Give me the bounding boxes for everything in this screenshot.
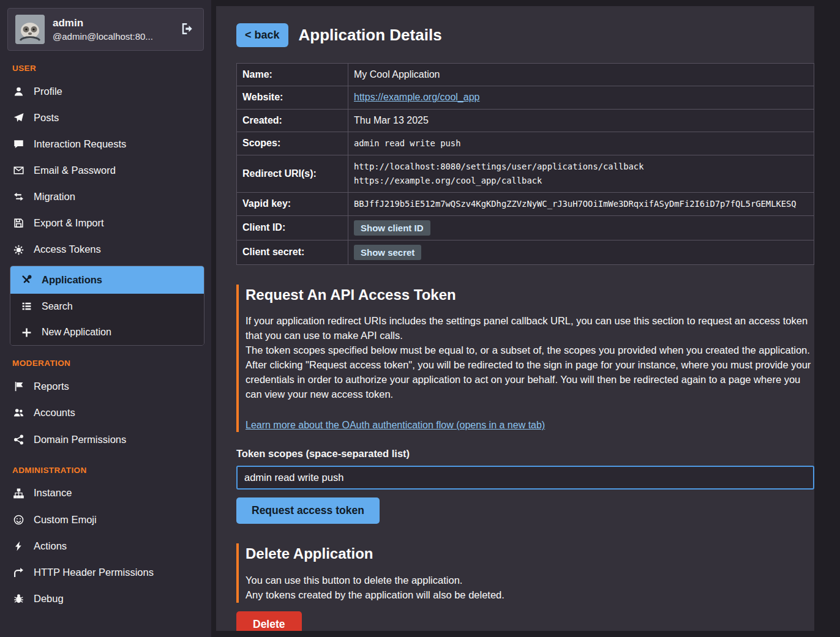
detail-label: Scopes: <box>237 132 348 155</box>
detail-label: Created: <box>237 109 348 132</box>
token-scopes-label: Token scopes (space-separated list) <box>236 447 814 461</box>
section-label-user: USER <box>12 63 211 75</box>
envelope-icon <box>12 165 24 176</box>
avatar <box>15 15 45 44</box>
user-card[interactable]: admin @admin@localhost:80... <box>7 8 204 51</box>
sidebar-item-profile[interactable]: Profile <box>0 78 211 105</box>
show-secret-button[interactable]: Show secret <box>354 245 421 260</box>
detail-value: Show client ID <box>348 215 814 240</box>
certificate-icon <box>12 245 24 255</box>
floppy-icon <box>12 218 24 228</box>
detail-value: Show secret <box>348 240 814 264</box>
detail-value: BBJffJ219b5iE512m7wQSzv4KgKDhgZZVzNyWC_r… <box>348 193 814 215</box>
sidebar-item-label: Debug <box>34 592 64 606</box>
token-section-title: Request An API Access Token <box>246 285 814 305</box>
delete-section-title: Delete Application <box>246 543 814 564</box>
section-label-administration: ADMINISTRATION <box>12 465 211 477</box>
sidebar-item-label: Accounts <box>34 406 75 420</box>
sidebar-item-label: Profile <box>34 84 62 99</box>
sidebar-item-instance[interactable]: Instance <box>0 480 211 506</box>
page-title: Application Details <box>299 24 442 46</box>
details-table-body: Name:My Cool ApplicationWebsite:https://… <box>237 64 814 265</box>
sign-out-icon[interactable] <box>179 21 196 37</box>
delete-section-intro: Delete Application You can use this butt… <box>236 543 814 602</box>
section-label-moderation: MODERATION <box>12 358 211 370</box>
sitemap-icon <box>12 488 24 499</box>
token-scopes-input[interactable] <box>236 466 814 490</box>
sidebar-nav: USERProfilePostsInteraction RequestsEmai… <box>0 63 211 612</box>
detail-value: https://example.org/cool_app <box>348 86 814 109</box>
bolt-icon <box>12 541 24 551</box>
detail-label: Name: <box>237 64 348 86</box>
delete-section: Delete Application You can use this butt… <box>236 543 814 631</box>
nav-group-applications: ApplicationsSearchNew Application <box>10 266 204 346</box>
users-icon <box>12 408 24 418</box>
sidebar-item-applications[interactable]: Applications <box>10 266 204 294</box>
token-section-paragraph: If your application redirect URIs includ… <box>246 314 814 343</box>
sidebar-item-interaction-requests[interactable]: Interaction Requests <box>0 131 211 157</box>
detail-row-scopes: Scopes:admin read write push <box>237 132 814 155</box>
sidebar-item-label: Posts <box>34 111 59 125</box>
sidebar-item-accounts[interactable]: Accounts <box>0 400 211 426</box>
bug-icon <box>12 594 24 604</box>
detail-row-redirect-uri-s: Redirect URI(s):http://localhost:8080/se… <box>237 155 814 193</box>
detail-label: Client ID: <box>237 215 348 240</box>
detail-label: Vapid key: <box>237 193 348 215</box>
sidebar-item-label: Actions <box>34 539 67 553</box>
sidebar-item-label: Access Tokens <box>34 242 101 256</box>
page-header: < back Application Details <box>236 23 814 47</box>
detail-value: My Cool Application <box>348 64 814 86</box>
list-icon <box>20 301 32 311</box>
sidebar-item-migration[interactable]: Migration <box>0 184 211 210</box>
token-section-paragraph: The token scopes specified below must be… <box>246 343 814 358</box>
sidebar-item-label: Export & Import <box>34 216 104 230</box>
sidebar-item-new-application[interactable]: New Application <box>10 319 204 345</box>
detail-row-created: Created:Thu Mar 13 2025 <box>237 109 814 132</box>
comment-icon <box>12 139 24 149</box>
sidebar-item-custom-emoji[interactable]: Custom Emoji <box>0 507 211 533</box>
sidebar-item-label: Migration <box>34 190 75 204</box>
sidebar-item-label: Interaction Requests <box>34 137 126 151</box>
delete-section-line: You can use this button to delete the ap… <box>246 573 814 588</box>
mono-value: BBJffJ219b5iE512m7wQSzv4KgKDhgZZVzNyWC_r… <box>354 199 797 209</box>
flag-icon <box>12 381 24 392</box>
sidebar-item-http-header-permissions[interactable]: HTTP Header Permissions <box>0 559 211 586</box>
sidebar-item-label: Search <box>42 300 73 313</box>
sidebar-item-actions[interactable]: Actions <box>0 533 211 559</box>
oauth-docs-link[interactable]: Learn more about the OAuth authenticatio… <box>246 419 545 432</box>
main-content: < back Application Details Name:My Cool … <box>216 6 814 631</box>
sidebar-item-email-password[interactable]: Email & Password <box>0 157 211 184</box>
sidebar-item-reports[interactable]: Reports <box>0 373 211 400</box>
website-link[interactable]: https://example.org/cool_app <box>354 92 479 102</box>
back-button[interactable]: < back <box>236 23 288 47</box>
sidebar-item-access-tokens[interactable]: Access Tokens <box>0 236 211 263</box>
paper-plane-icon <box>12 113 24 123</box>
token-section-intro: Request An API Access Token If your appl… <box>236 285 814 433</box>
sidebar-item-label: HTTP Header Permissions <box>34 565 154 579</box>
redirect-uri: http://localhost:8080/settings/user/appl… <box>354 160 808 174</box>
user-icon <box>12 86 24 97</box>
detail-label: Website: <box>237 86 348 109</box>
share-nodes-icon <box>12 434 24 445</box>
mono-value: admin read write push <box>354 138 460 148</box>
sidebar-item-debug[interactable]: Debug <box>0 586 211 612</box>
sidebar-item-label: New Application <box>42 326 111 339</box>
arrows-left-right-icon <box>12 192 24 202</box>
detail-row-vapid-key: Vapid key:BBJffJ219b5iE512m7wQSzv4KgKDhg… <box>237 193 814 215</box>
network-icon <box>12 567 24 578</box>
sidebar-item-export-import[interactable]: Export & Import <box>0 210 211 236</box>
show-client-id-button[interactable]: Show client ID <box>354 220 430 236</box>
app-root: admin @admin@localhost:80... USERProfile… <box>0 0 840 637</box>
detail-value: http://localhost:8080/settings/user/appl… <box>348 155 814 193</box>
sidebar-item-domain-permissions[interactable]: Domain Permissions <box>0 427 211 453</box>
user-name: admin <box>53 16 153 31</box>
detail-value: Thu Mar 13 2025 <box>348 109 814 132</box>
delete-section-lines: You can use this button to delete the ap… <box>246 573 814 603</box>
sidebar-item-label: Email & Password <box>34 163 116 177</box>
sidebar-item-posts[interactable]: Posts <box>0 105 211 131</box>
request-access-token-button[interactable]: Request access token <box>236 497 380 524</box>
sidebar-item-search[interactable]: Search <box>10 294 204 319</box>
delete-application-button[interactable]: Delete <box>236 611 302 631</box>
detail-value: admin read write push <box>348 132 814 155</box>
redirect-uri: https://example.org/cool_app/callback <box>354 174 808 188</box>
